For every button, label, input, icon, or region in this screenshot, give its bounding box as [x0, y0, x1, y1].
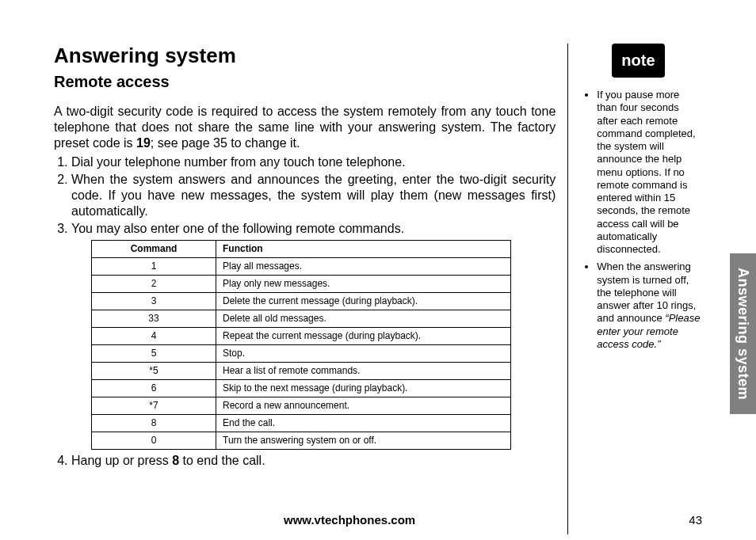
table-row: 3Delete the current message (during play… — [92, 293, 511, 310]
page-container: Answering system Remote access A two-dig… — [54, 44, 702, 527]
cmd-cell: 8 — [92, 415, 216, 432]
intro-text-post: ; see page 35 to change it. — [151, 136, 300, 150]
note-badge: note — [612, 44, 664, 78]
table-row: 1Play all messages. — [92, 258, 511, 276]
note-item-1: If you pause more than four seconds afte… — [597, 89, 702, 256]
table-row: 33Delete all old messages. — [92, 310, 511, 328]
section-heading: Remote access — [54, 73, 556, 91]
footer-page-number: 43 — [689, 513, 702, 527]
step-4: Hang up or press 8 to end the call. — [71, 453, 556, 469]
func-cell: End the call. — [216, 415, 511, 432]
main-column: Answering system Remote access A two-dig… — [54, 44, 563, 534]
step-4-pre: Hang up or press — [71, 454, 172, 467]
func-cell: Stop. — [216, 345, 511, 363]
cmd-cell: 0 — [92, 432, 216, 450]
section-tab: Answering system — [730, 253, 756, 414]
page-title: Answering system — [54, 44, 556, 68]
func-cell: Turn the answering system on or off. — [216, 432, 511, 450]
table-row: 6Skip to the next message (during playba… — [92, 380, 511, 397]
intro-code-bold: 19 — [136, 136, 151, 150]
table-row: 0Turn the answering system on or off. — [92, 432, 511, 450]
vertical-divider — [567, 44, 568, 534]
func-cell: Play all messages. — [216, 258, 511, 276]
cmd-cell: 33 — [92, 310, 216, 328]
cmd-cell: 2 — [92, 276, 216, 293]
table-row: 8End the call. — [92, 415, 511, 432]
step-4-bold: 8 — [172, 454, 179, 467]
cmd-cell: *5 — [92, 363, 216, 380]
table-row: 5Stop. — [92, 345, 511, 363]
func-cell: Play only new messages. — [216, 276, 511, 293]
intro-paragraph: A two-digit security code is required to… — [54, 104, 556, 151]
note-item-2: When the answering system is turned off,… — [597, 260, 702, 351]
table-row: *5Hear a list of remote commands. — [92, 363, 511, 380]
func-cell: Record a new announcement. — [216, 397, 511, 415]
step-2: When the system answers and announces th… — [71, 172, 556, 219]
step-4-post: to end the call. — [179, 454, 265, 467]
cmd-cell: 5 — [92, 345, 216, 363]
page-footer: www.vtechphones.com 43 — [54, 513, 702, 527]
step-1: Dial your telephone number from any touc… — [71, 154, 556, 170]
cmd-cell: 6 — [92, 380, 216, 397]
note-column: note If you pause more than four seconds… — [584, 44, 702, 534]
step-3-text: You may also enter one of the following … — [71, 222, 404, 235]
table-header-function: Function — [216, 241, 511, 258]
content-row: Answering system Remote access A two-dig… — [54, 44, 702, 534]
footer-url: www.vtechphones.com — [284, 513, 415, 527]
step-3: You may also enter one of the following … — [71, 221, 556, 450]
table-header-row: Command Function — [92, 241, 511, 258]
intro-text-pre: A two-digit security code is required to… — [54, 105, 556, 150]
func-cell: Skip to the next message (during playbac… — [216, 380, 511, 397]
note-list: If you pause more than four seconds afte… — [584, 89, 702, 351]
func-cell: Hear a list of remote commands. — [216, 363, 511, 380]
cmd-cell: *7 — [92, 397, 216, 415]
table-header-command: Command — [92, 241, 216, 258]
func-cell: Repeat the current message (during playb… — [216, 328, 511, 345]
func-cell: Delete the current message (during playb… — [216, 293, 511, 310]
cmd-cell: 4 — [92, 328, 216, 345]
table-row: 2Play only new messages. — [92, 276, 511, 293]
table-row: 4Repeat the current message (during play… — [92, 328, 511, 345]
cmd-cell: 3 — [92, 293, 216, 310]
func-cell: Delete all old messages. — [216, 310, 511, 328]
commands-table: Command Function 1Play all messages. 2Pl… — [91, 240, 511, 450]
steps-list: Dial your telephone number from any touc… — [54, 154, 556, 469]
table-row: *7Record a new announcement. — [92, 397, 511, 415]
cmd-cell: 1 — [92, 258, 216, 276]
